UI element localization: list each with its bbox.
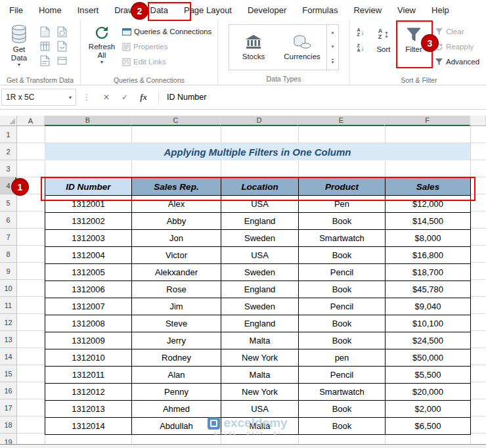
stocks-button[interactable]: Stocks — [229, 25, 278, 70]
select-all-button[interactable] — [0, 116, 17, 126]
table-cell[interactable]: England — [221, 315, 299, 332]
table-cell[interactable]: Malta — [221, 332, 299, 349]
gallery-scroll-buttons[interactable]: ▴ ▾ ▾ — [326, 25, 338, 70]
row-header-17[interactable]: 17 — [0, 399, 16, 416]
column-header-C[interactable]: C — [131, 116, 221, 126]
table-cell[interactable]: Alex — [132, 196, 221, 213]
from-file-icon[interactable] — [57, 55, 67, 66]
name-box-dropdown-icon[interactable]: ▾ — [69, 95, 72, 101]
tab-file[interactable]: File — [1, 0, 31, 20]
tab-home[interactable]: Home — [31, 0, 70, 20]
row-header-6[interactable]: 6 — [0, 212, 16, 229]
table-cell[interactable]: Book — [299, 418, 386, 435]
reapply-button[interactable]: Reapply — [433, 40, 481, 53]
table-cell[interactable]: 1312011 — [45, 367, 132, 384]
table-cell[interactable]: $10,100 — [386, 315, 471, 332]
table-cell[interactable]: New York — [221, 349, 299, 367]
table-cell[interactable]: Pencil — [299, 298, 386, 315]
table-cell[interactable]: Rodney — [132, 349, 221, 367]
tab-formulas[interactable]: Formulas — [294, 0, 345, 20]
tab-insert[interactable]: Insert — [70, 0, 107, 20]
table-cell[interactable]: USA — [221, 247, 299, 264]
row-header-15[interactable]: 15 — [0, 365, 16, 382]
table-header-sales[interactable]: Sales — [386, 178, 471, 196]
currencies-button[interactable]: Currencies — [278, 25, 326, 70]
from-web-icon[interactable] — [57, 26, 67, 37]
table-cell[interactable]: Jon — [132, 230, 221, 247]
table-cell[interactable]: Penny — [132, 384, 221, 401]
table-cell[interactable]: Sweden — [221, 298, 299, 315]
insert-function-icon[interactable]: fx — [140, 92, 147, 102]
properties-button[interactable]: Properties — [121, 40, 213, 53]
table-cell[interactable]: England — [221, 213, 299, 230]
row-header-18[interactable]: 18 — [0, 416, 16, 434]
column-header-partial[interactable] — [470, 116, 486, 126]
sort-button[interactable]: AZ ↕ Sort — [369, 22, 398, 76]
table-cell[interactable]: $16,800 — [386, 247, 471, 264]
table-header-id-number[interactable]: ID Number — [45, 178, 132, 196]
enter-icon[interactable]: ✓ — [121, 93, 128, 102]
row-header-5[interactable]: 5 — [0, 194, 16, 212]
table-cell[interactable]: Jerry — [132, 332, 221, 349]
get-data-button[interactable]: Get Data ▾ — [2, 22, 36, 76]
table-cell[interactable]: $5,500 — [386, 367, 471, 384]
tab-review[interactable]: Review — [345, 0, 389, 20]
table-cell[interactable]: Abdullah — [132, 418, 221, 435]
sheet-title-cell[interactable]: Applying Multiple Filters in One Column — [45, 143, 470, 160]
row-header-12[interactable]: 12 — [0, 314, 16, 331]
table-cell[interactable]: USA — [221, 196, 299, 213]
row-header-11[interactable]: 11 — [0, 297, 16, 314]
table-cell[interactable]: Jim — [132, 298, 221, 315]
name-box[interactable]: 1R x 5C ▾ — [1, 89, 76, 106]
table-cell[interactable]: Book — [299, 332, 386, 349]
table-cell[interactable]: Ahmed — [132, 401, 221, 418]
table-cell[interactable]: Smartwatch — [299, 384, 386, 401]
table-cell[interactable]: Pencil — [299, 367, 386, 384]
table-cell[interactable]: Book — [299, 401, 386, 418]
table-cell[interactable]: New York — [221, 384, 299, 401]
row-header-13[interactable]: 13 — [0, 331, 16, 348]
table-cell[interactable]: 1312007 — [45, 298, 132, 315]
advanced-filter-button[interactable]: Advanced — [433, 55, 481, 68]
sort-ascending-button[interactable]: AZ ↓ — [352, 26, 369, 39]
table-cell[interactable]: $50,000 — [386, 349, 471, 367]
scroll-up-icon[interactable]: ▴ — [332, 30, 334, 35]
queries-connections-button[interactable]: Queries & Connections — [121, 25, 213, 38]
table-cell[interactable]: $45,780 — [386, 281, 471, 298]
cancel-icon[interactable]: ✕ — [103, 93, 110, 102]
table-cell[interactable]: $8,000 — [386, 230, 471, 247]
column-header-D[interactable]: D — [221, 116, 298, 126]
recent-sources-icon[interactable] — [57, 41, 67, 52]
sort-descending-button[interactable]: ZA ↓ — [352, 41, 369, 55]
table-cell[interactable]: Malta — [221, 367, 299, 384]
from-table-range-icon[interactable] — [40, 41, 50, 52]
table-cell[interactable]: Malta — [221, 418, 299, 435]
column-header-E[interactable]: E — [298, 116, 385, 126]
table-cell[interactable]: 1312014 — [45, 418, 132, 435]
table-cell[interactable]: $24,500 — [386, 332, 471, 349]
table-cell[interactable]: Pen — [299, 196, 386, 213]
table-cell[interactable]: Steve — [132, 315, 221, 332]
row-header-2[interactable]: 2 — [0, 143, 16, 160]
column-header-F[interactable]: F — [385, 116, 470, 126]
table-cell[interactable]: 1312013 — [45, 401, 132, 418]
table-cell[interactable]: Book — [299, 281, 386, 298]
table-cell[interactable]: $20,000 — [386, 384, 471, 401]
table-cell[interactable]: Book — [299, 213, 386, 230]
table-cell[interactable]: 1312005 — [45, 264, 132, 281]
table-cell[interactable]: 1312001 — [45, 196, 132, 213]
table-cell[interactable]: Rose — [132, 281, 221, 298]
table-cell[interactable]: 1312012 — [45, 384, 132, 401]
table-cell[interactable]: $2,000 — [386, 401, 471, 418]
row-header-8[interactable]: 8 — [0, 246, 16, 263]
table-cell[interactable]: $14,500 — [386, 213, 471, 230]
table-cell[interactable]: Alekxander — [132, 264, 221, 281]
row-header-1[interactable]: 1 — [0, 126, 16, 143]
tab-help[interactable]: Help — [424, 0, 457, 20]
table-cell[interactable]: $6,500 — [386, 418, 471, 435]
table-cell[interactable]: Victor — [132, 247, 221, 264]
tab-page-layout[interactable]: Page Layout — [176, 0, 240, 20]
table-cell[interactable]: Pencil — [299, 264, 386, 281]
table-cell[interactable]: England — [221, 281, 299, 298]
table-cell[interactable]: $9,040 — [386, 298, 471, 315]
